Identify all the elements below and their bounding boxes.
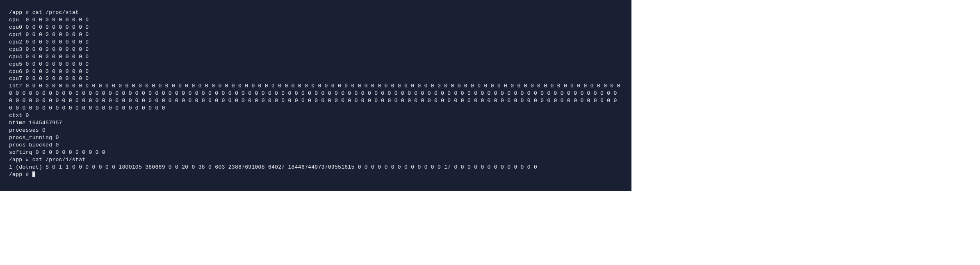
output-softirq: softirq 0 0 0 0 0 0 0 0 0 0 0 — [9, 149, 622, 156]
output-intr: intr 0 0 0 0 0 0 0 0 0 0 0 0 0 0 0 0 0 0… — [9, 82, 622, 112]
output-btime: btime 1645457957 — [9, 119, 622, 127]
output-proc-1-stat: 1 (dotnet) S 0 1 1 0 0 0 0 0 0 0 1800105… — [9, 164, 622, 171]
output-procs-blocked: procs_blocked 0 — [9, 142, 622, 149]
output-procs-running: procs_running 0 — [9, 134, 622, 142]
output-cpu5: cpu5 0 0 0 0 0 0 0 0 0 0 — [9, 61, 622, 68]
shell-prompt: /app # — [9, 157, 32, 163]
output-cpu0: cpu0 0 0 0 0 0 0 0 0 0 0 — [9, 24, 622, 31]
output-cpu2: cpu2 0 0 0 0 0 0 0 0 0 0 — [9, 39, 622, 46]
command-line-1: /app # cat /proc/stat — [9, 9, 622, 16]
output-cpu6: cpu6 0 0 0 0 0 0 0 0 0 0 — [9, 68, 622, 75]
shell-prompt: /app # — [9, 9, 32, 16]
cursor-icon — [32, 171, 35, 177]
command-text: cat /proc/1/stat — [32, 157, 86, 163]
output-processes: processes 0 — [9, 127, 622, 134]
output-ctxt: ctxt 0 — [9, 112, 622, 119]
output-cpu7: cpu7 0 0 0 0 0 0 0 0 0 0 — [9, 75, 622, 82]
output-cpu3: cpu3 0 0 0 0 0 0 0 0 0 0 — [9, 46, 622, 53]
output-cpu4: cpu4 0 0 0 0 0 0 0 0 0 0 — [9, 53, 622, 61]
command-line-2: /app # cat /proc/1/stat — [9, 156, 622, 164]
output-cpu: cpu 0 0 0 0 0 0 0 0 0 0 — [9, 16, 622, 24]
shell-prompt: /app # — [9, 171, 32, 178]
terminal-window[interactable]: /app # cat /proc/statcpu 0 0 0 0 0 0 0 0… — [0, 0, 631, 191]
output-cpu1: cpu1 0 0 0 0 0 0 0 0 0 0 — [9, 31, 622, 39]
command-text: cat /proc/stat — [32, 9, 79, 16]
command-line-3: /app # — [9, 171, 622, 178]
